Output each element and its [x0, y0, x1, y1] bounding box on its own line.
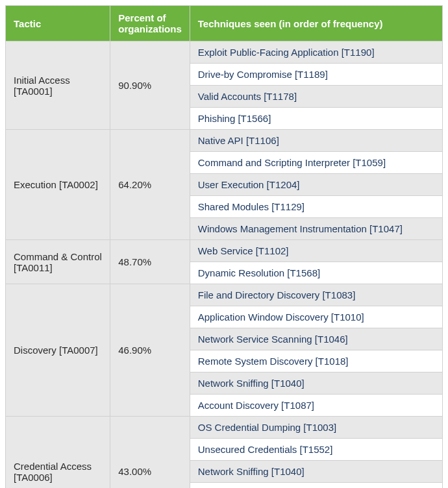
table-row: Execution [TA0002]64.20%Native API [T110… — [6, 130, 443, 152]
tactic-cell: Credential Access [TA0006] — [6, 417, 110, 489]
technique-cell: Unsecured Credentials [T1552] — [190, 439, 442, 461]
table-row: Discovery [TA0007]46.90%File and Directo… — [6, 284, 443, 306]
tactic-cell: Initial Access [TA0001] — [6, 42, 110, 130]
technique-cell: Phishing [T1566] — [190, 108, 442, 130]
technique-cell: Network Sniffing [T1040] — [190, 461, 442, 483]
technique-cell: Native API [T1106] — [190, 130, 442, 152]
header-percent: Percent of organizations — [110, 6, 190, 42]
percent-cell: 48.70% — [110, 240, 190, 284]
technique-cell: File and Directory Discovery [T1083] — [190, 284, 442, 306]
technique-cell: Forced Authentication [T1187] — [190, 483, 442, 489]
percent-cell: 46.90% — [110, 284, 190, 417]
technique-cell: Command and Scripting Interpreter [T1059… — [190, 152, 442, 174]
technique-cell: Network Sniffing [T1040] — [190, 372, 442, 395]
percent-cell: 64.20% — [110, 130, 190, 240]
table-row: Credential Access [TA0006]43.00%OS Crede… — [6, 417, 443, 439]
tactic-cell: Execution [TA0002] — [6, 130, 110, 240]
technique-cell: Shared Modules [T1129] — [190, 196, 442, 218]
attack-tactics-table: Tactic Percent of organizations Techniqu… — [5, 5, 443, 488]
header-techniques: Techniques seen (in order of frequency) — [190, 6, 442, 42]
header-tactic: Tactic — [6, 6, 110, 42]
technique-cell: Web Service [T1102] — [190, 240, 442, 262]
technique-cell: Exploit Public-Facing Application [T1190… — [190, 42, 442, 64]
percent-cell: 90.90% — [110, 42, 190, 130]
technique-cell: Network Service Scanning [T1046] — [190, 328, 442, 350]
technique-cell: Drive-by Compromise [T1189] — [190, 64, 442, 86]
percent-cell: 43.00% — [110, 417, 190, 489]
technique-cell: OS Credential Dumping [T1003] — [190, 417, 442, 439]
technique-cell: Account Discovery [T1087] — [190, 395, 442, 417]
technique-cell: Dynamic Resolution [T1568] — [190, 262, 442, 284]
technique-cell: Valid Accounts [T1178] — [190, 86, 442, 108]
technique-cell: Remote System Discovery [T1018] — [190, 350, 442, 372]
technique-cell: User Execution [T1204] — [190, 174, 442, 196]
tactic-cell: Command & Control [TA0011] — [6, 240, 110, 284]
technique-cell: Application Window Discovery [T1010] — [190, 306, 442, 328]
table-header-row: Tactic Percent of organizations Techniqu… — [6, 6, 443, 42]
table-row: Command & Control [TA0011]48.70%Web Serv… — [6, 240, 443, 262]
technique-cell: Windows Management Instrumentation [T104… — [190, 218, 442, 240]
tactic-cell: Discovery [TA0007] — [6, 284, 110, 417]
table-row: Initial Access [TA0001]90.90%Exploit Pub… — [6, 42, 443, 64]
